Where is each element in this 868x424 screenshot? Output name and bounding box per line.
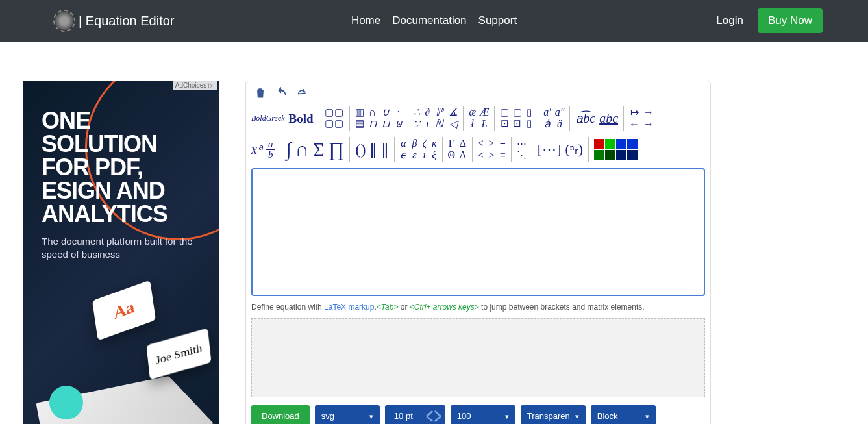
relations-button[interactable]: <>= ≤≥≡: [478, 138, 506, 160]
boxes-b-button[interactable]: ▯ ▯: [527, 108, 532, 129]
bigcap-button[interactable]: ∩: [295, 140, 310, 159]
brand[interactable]: | Equation Editor: [55, 12, 175, 30]
dblvbar-button[interactable]: ‖: [381, 142, 389, 157]
ad-text: ONE SOLUTION FOR PDF, ESIGN AND ANALYTIC…: [42, 109, 206, 262]
color-swatch[interactable]: [594, 139, 604, 149]
nav-right: Login Buy Now: [716, 8, 823, 33]
superscript-button[interactable]: xᵃ: [251, 143, 262, 156]
ad-headline: ONE SOLUTION FOR PDF, ESIGN AND ANALYTIC…: [42, 109, 206, 226]
undo-icon[interactable]: [275, 86, 288, 99]
underline-abc-button[interactable]: abc: [599, 112, 618, 125]
equation-preview: [251, 318, 705, 397]
vbar-button[interactable]: ‖: [369, 142, 377, 157]
editor-panel: BoldGreek Bold ▢▢ ▢▢ ▥ ▤ ∩∪· ⊓⊔⊎ ∴∂ℙ∡ ∵ι…: [245, 81, 711, 424]
greek-upper-button[interactable]: ΓΔ ΘΛ: [448, 138, 467, 160]
color-swatch[interactable]: [616, 139, 626, 149]
delete-icon[interactable]: [254, 86, 267, 99]
primes-button[interactable]: a′a″ ȧä: [543, 107, 564, 129]
redo-icon[interactable]: [295, 86, 308, 99]
ad-visual: Aa Joe Smith: [23, 283, 219, 424]
download-button[interactable]: Download: [251, 405, 310, 424]
dots-button[interactable]: ⋯ ⋱: [517, 139, 527, 160]
zoom-select[interactable]: 100: [451, 405, 515, 424]
boxes-a-button[interactable]: ▢ ▢ ⊡ ⊡: [500, 108, 523, 129]
hint-text: Define equation with LaTeX markup.<Tab> …: [251, 303, 705, 312]
adchoices-badge[interactable]: AdChoices ▷: [173, 81, 217, 90]
gear-icon: [55, 12, 73, 30]
navbar: | Equation Editor Home Documentation Sup…: [0, 0, 868, 42]
size-arrows-icon[interactable]: [422, 405, 445, 424]
widehat-button[interactable]: a͡bc: [575, 112, 595, 125]
color-swatch[interactable]: [627, 139, 638, 149]
color-swatch[interactable]: [605, 139, 615, 149]
ad-tile-signature: Joe Smith: [146, 328, 211, 379]
download-controls: Download svg 10 pt 100 Transparent Block: [251, 405, 705, 424]
nav-docs[interactable]: Documentation: [392, 14, 466, 27]
prod-button[interactable]: ∏: [329, 140, 345, 159]
brand-text: | Equation Editor: [79, 14, 175, 29]
bold-greek-button[interactable]: BoldGreek: [251, 114, 285, 122]
nav-home[interactable]: Home: [351, 14, 380, 27]
layout-grid-button[interactable]: ▢▢ ▢▢: [325, 108, 344, 129]
action-row: [251, 86, 705, 103]
color-swatch[interactable]: [594, 150, 604, 160]
display-mode-select[interactable]: Block: [591, 405, 656, 424]
login-link[interactable]: Login: [716, 14, 743, 27]
sum-button[interactable]: Σ: [313, 140, 324, 159]
font-size-control[interactable]: 10 pt: [385, 405, 445, 424]
ad-subtitle: The document platform built for the spee…: [42, 235, 206, 262]
toolbar-row-1: BoldGreek Bold ▢▢ ▢▢ ▥ ▤ ∩∪· ⊓⊔⊎ ∴∂ℙ∡ ∵ι…: [251, 103, 705, 133]
fraction-button[interactable]: a b: [266, 140, 275, 160]
toolbar-row-2: xᵃ a b ∫ ∩ Σ ∏ () ‖ ‖ αβζκ ϵειξ ΓΔ ΘΛ: [251, 134, 705, 164]
binom-button[interactable]: (ⁿᵣ): [565, 142, 584, 156]
ligatures-button[interactable]: æÆ łŁ: [469, 107, 489, 129]
logic-symbols-button[interactable]: ∴∂ℙ∡ ∵ιℕ◁: [414, 107, 458, 129]
color-palette[interactable]: [594, 139, 638, 160]
greek-lower-button[interactable]: αβζκ ϵειξ: [400, 138, 436, 160]
color-swatch[interactable]: [627, 150, 638, 160]
latex-input[interactable]: [251, 168, 705, 296]
matrix-button[interactable]: [⋯]: [538, 142, 562, 156]
color-swatch[interactable]: [605, 150, 615, 160]
arrows-button[interactable]: ↦→ ←→: [629, 107, 654, 129]
buy-now-button[interactable]: Buy Now: [758, 8, 823, 33]
nav-center: Home Documentation Support: [351, 14, 517, 27]
ad-tile-font: Aa: [92, 281, 156, 341]
set-ops-button[interactable]: ∩∪· ⊓⊔⊎: [369, 107, 403, 129]
format-select[interactable]: svg: [315, 405, 380, 424]
nav-support[interactable]: Support: [478, 14, 517, 27]
background-select[interactable]: Transparent: [521, 405, 586, 424]
color-swatch[interactable]: [616, 150, 626, 160]
integral-button[interactable]: ∫: [286, 140, 291, 159]
paren-button[interactable]: (): [355, 142, 366, 157]
latex-markup-link[interactable]: LaTeX markup: [324, 303, 374, 312]
bold-button[interactable]: Bold: [289, 112, 314, 125]
advertisement[interactable]: AdChoices ▷ ONE SOLUTION FOR PDF, ESIGN …: [23, 81, 219, 424]
stack-button[interactable]: ▥ ▤: [355, 108, 365, 129]
